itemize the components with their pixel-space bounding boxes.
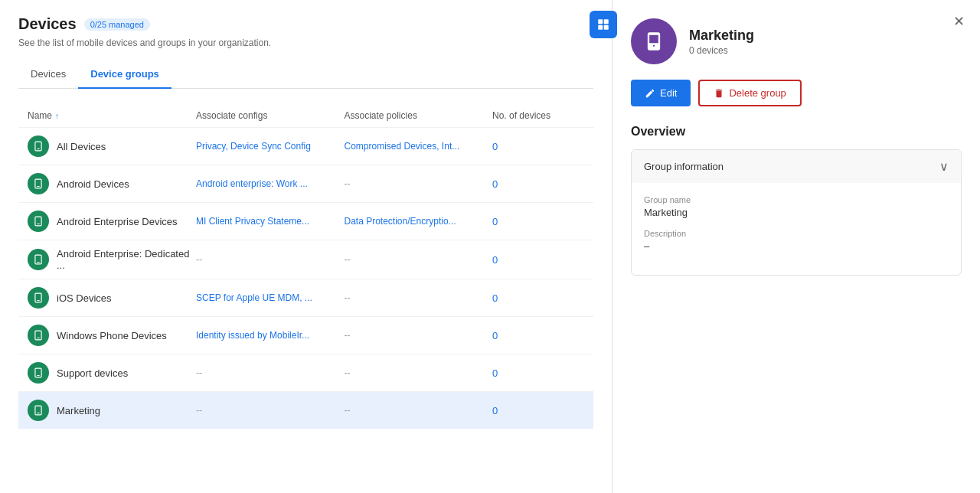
accordion-title: Group information bbox=[644, 161, 724, 172]
svg-rect-0 bbox=[598, 19, 603, 24]
info-value: Marketing bbox=[644, 207, 949, 218]
svg-rect-10 bbox=[35, 255, 41, 264]
device-icon bbox=[28, 325, 49, 346]
policy-text: -- bbox=[345, 330, 493, 341]
policy-text: -- bbox=[345, 178, 493, 189]
policy-text: -- bbox=[345, 292, 493, 303]
page-title: Devices bbox=[18, 15, 77, 33]
tab-devices[interactable]: Devices bbox=[18, 60, 78, 89]
config-text: Privacy, Device Sync Config bbox=[196, 141, 345, 152]
device-icon bbox=[28, 287, 49, 309]
device-name: Android Devices bbox=[57, 178, 129, 190]
tabs: Devices Device groups bbox=[18, 60, 593, 89]
col-devices: No. of devices bbox=[492, 110, 584, 121]
svg-rect-3 bbox=[604, 25, 609, 30]
device-name: All Devices bbox=[57, 141, 106, 152]
device-groups-table: Name ↑ Associate configs Associate polic… bbox=[18, 104, 593, 429]
info-label: Description bbox=[644, 229, 949, 238]
accordion: Group information ∨ Group name Marketing… bbox=[631, 149, 962, 276]
device-icon bbox=[28, 362, 49, 384]
chevron-down-icon: ∨ bbox=[939, 159, 949, 174]
config-text: Identity issued by MobileIr... bbox=[196, 330, 345, 341]
svg-rect-8 bbox=[35, 217, 41, 226]
device-name: Android Enterprise: Dedicated ... bbox=[57, 248, 196, 271]
table-row[interactable]: Android Enterprise Devices MI Client Pri… bbox=[18, 202, 593, 240]
col-configs: Associate configs bbox=[196, 110, 345, 121]
svg-rect-11 bbox=[37, 262, 40, 263]
svg-rect-13 bbox=[37, 300, 40, 301]
floating-action-button[interactable] bbox=[590, 11, 617, 38]
policy-text: Compromised Devices, Int... bbox=[345, 141, 493, 152]
device-cell: Support devices bbox=[28, 362, 196, 384]
info-value: – bbox=[644, 240, 949, 252]
detail-panel: ✕ Marketing 0 devices Edit Delete group … bbox=[612, 0, 980, 493]
table-row[interactable]: Windows Phone Devices Identity issued by… bbox=[18, 316, 593, 354]
group-header: Marketing 0 devices bbox=[631, 18, 962, 64]
svg-rect-17 bbox=[37, 375, 40, 376]
table-row[interactable]: Android Devices Android enterprise: Work… bbox=[18, 165, 593, 202]
device-cell: iOS Devices bbox=[28, 287, 196, 309]
device-cell: Windows Phone Devices bbox=[28, 325, 196, 346]
action-buttons: Edit Delete group bbox=[631, 80, 962, 106]
device-icon bbox=[28, 249, 49, 270]
device-cell: Android Enterprise: Dedicated ... bbox=[28, 248, 196, 271]
group-avatar bbox=[631, 18, 677, 64]
config-text: MI Client Privacy Stateme... bbox=[196, 216, 345, 227]
device-name: Support devices bbox=[57, 367, 128, 379]
table-header: Name ↑ Associate configs Associate polic… bbox=[18, 104, 593, 127]
svg-rect-1 bbox=[604, 19, 609, 24]
accordion-body: Group name Marketing Description – bbox=[632, 183, 961, 275]
delete-group-button[interactable]: Delete group bbox=[698, 80, 801, 106]
col-policies: Associate policies bbox=[345, 110, 493, 121]
svg-rect-9 bbox=[37, 224, 40, 224]
device-count: 0 bbox=[492, 178, 584, 190]
info-row-description: Description – bbox=[644, 229, 949, 252]
device-count: 0 bbox=[492, 141, 584, 152]
policy-text: -- bbox=[345, 405, 493, 416]
accordion-header[interactable]: Group information ∨ bbox=[632, 150, 961, 183]
table-row[interactable]: Marketing -- -- 0 bbox=[18, 391, 593, 429]
device-count: 0 bbox=[492, 292, 584, 304]
left-panel: Devices 0/25 managed See the list of mob… bbox=[0, 0, 612, 493]
policy-text: -- bbox=[345, 367, 493, 378]
edit-button[interactable]: Edit bbox=[631, 80, 691, 106]
device-count: 0 bbox=[492, 254, 584, 266]
config-text: -- bbox=[196, 405, 345, 416]
group-info: Marketing 0 devices bbox=[689, 28, 754, 56]
config-text: -- bbox=[196, 367, 345, 378]
table-row[interactable]: iOS Devices SCEP for Apple UE MDM, ... -… bbox=[18, 279, 593, 316]
info-row-group-name: Group name Marketing bbox=[644, 195, 949, 218]
overview-title: Overview bbox=[631, 125, 962, 139]
device-name: iOS Devices bbox=[57, 292, 112, 304]
policy-text: Data Protection/Encryptio... bbox=[345, 216, 493, 227]
device-name: Android Enterprise Devices bbox=[57, 216, 178, 227]
device-icon bbox=[28, 400, 49, 421]
device-name: Windows Phone Devices bbox=[57, 330, 167, 341]
table-row[interactable]: All Devices Privacy, Device Sync Config … bbox=[18, 127, 593, 165]
device-cell: Android Enterprise Devices bbox=[28, 211, 196, 232]
info-label: Group name bbox=[644, 195, 949, 204]
svg-rect-16 bbox=[35, 368, 41, 377]
page-subtitle: See the list of mobile devices and group… bbox=[18, 38, 593, 48]
device-count: 0 bbox=[492, 367, 584, 379]
table-row[interactable]: Android Enterprise: Dedicated ... -- -- … bbox=[18, 240, 593, 279]
device-count: 0 bbox=[492, 405, 584, 416]
svg-rect-12 bbox=[35, 293, 41, 302]
device-name: Marketing bbox=[57, 405, 100, 416]
config-text: SCEP for Apple UE MDM, ... bbox=[196, 292, 345, 303]
device-count: 0 bbox=[492, 330, 584, 341]
device-count: 0 bbox=[492, 216, 584, 227]
svg-rect-15 bbox=[37, 338, 40, 338]
device-cell: Android Devices bbox=[28, 173, 196, 194]
close-button[interactable]: ✕ bbox=[949, 12, 968, 31]
page-header: Devices 0/25 managed bbox=[18, 15, 593, 33]
svg-rect-2 bbox=[598, 25, 603, 30]
config-text: -- bbox=[196, 254, 345, 265]
table-row[interactable]: Support devices -- -- 0 bbox=[18, 354, 593, 391]
col-name: Name ↑ bbox=[28, 110, 196, 121]
group-device-count: 0 devices bbox=[689, 45, 754, 56]
config-text: Android enterprise: Work ... bbox=[196, 178, 345, 189]
device-cell: All Devices bbox=[28, 135, 196, 157]
policy-text: -- bbox=[345, 254, 493, 265]
tab-device-groups[interactable]: Device groups bbox=[78, 60, 172, 89]
